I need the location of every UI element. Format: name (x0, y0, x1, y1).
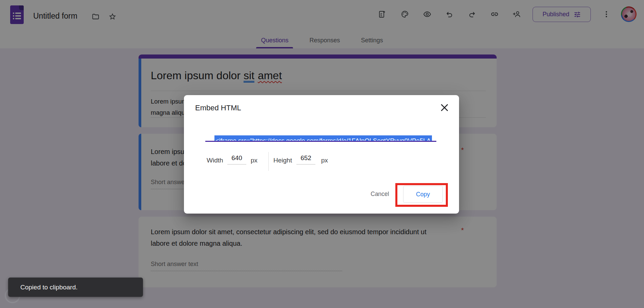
width-input[interactable]: 640 (227, 154, 246, 164)
embed-code-input[interactable]: <iframe src="https://docs.google.com/for… (205, 129, 436, 142)
height-label: Height (273, 157, 292, 164)
toast-snackbar: Copied to clipboard. (8, 278, 143, 297)
height-unit: px (321, 157, 328, 164)
google-forms-app: Untitled form Published (0, 0, 644, 308)
close-icon[interactable] (439, 103, 450, 113)
cancel-button[interactable]: Cancel (365, 186, 394, 202)
dimension-divider (268, 152, 269, 171)
width-unit: px (251, 157, 257, 164)
height-input[interactable]: 652 (296, 154, 315, 164)
width-label: Width (207, 157, 223, 164)
annotation-highlight-box (395, 183, 448, 207)
dialog-title: Embed HTML (195, 104, 241, 112)
toast-message: Copied to clipboard. (20, 284, 78, 291)
embed-code-selected-text: <iframe src="https://docs.google.com/for… (214, 135, 432, 142)
